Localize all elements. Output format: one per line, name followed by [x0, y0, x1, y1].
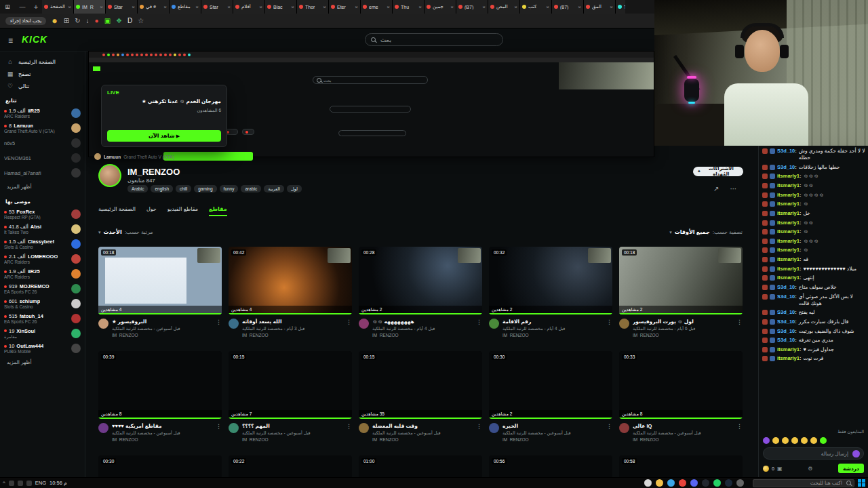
chat-username[interactable]: S3d_10 [777, 164, 797, 171]
clip-thumbnail[interactable]: 00:32 2 مشاهدين [489, 247, 612, 314]
tab-close-icon[interactable]: × [610, 4, 613, 10]
site-search[interactable] [365, 33, 503, 46]
sidebar-channel[interactable]: 53FoxRex Respect RP (GTA) [0, 207, 85, 222]
channel-tag[interactable]: العربية [264, 185, 284, 192]
sidebar-channel[interactable]: 919MOJREMCO EA Sports FC 26 [0, 281, 85, 296]
new-tab-button[interactable]: + [30, 0, 42, 14]
chat-message[interactable]: itsmarly1 جداول فيزت ♥ [762, 346, 865, 353]
chat-message[interactable]: S3d_10 شوف ذاك والضيف بورتيت [762, 328, 865, 335]
browser-tab[interactable]: Thu × [393, 0, 425, 14]
clip-title[interactable]: مقاطع أمريكية ♥♥♥♥ [112, 423, 212, 429]
clip-menu-icon[interactable]: ⋮ [606, 319, 612, 325]
chat-input[interactable] [763, 447, 864, 460]
chat-message[interactable]: itsmarly1 ☺☺☺☺ [762, 192, 865, 199]
start-button[interactable] [858, 479, 865, 487]
chat-username[interactable]: itsmarly1 [777, 201, 801, 207]
chat-username[interactable]: itsmarly1 [777, 210, 801, 217]
tab-close-icon[interactable]: × [514, 4, 517, 10]
browser-tab[interactable]: Thor × [297, 0, 329, 14]
clip-thumbnail[interactable]: 00:28 2 مشاهدين [359, 247, 482, 314]
browser-tab[interactable]: Blac × [265, 0, 297, 14]
clip-title[interactable]: الخيره [502, 423, 603, 429]
clip-channel-name[interactable]: IM_RENZOO [502, 437, 603, 442]
tab-close-icon[interactable]: × [291, 4, 294, 10]
channel-tab[interactable]: حول [146, 206, 157, 216]
chat-username[interactable]: itsmarly1 [777, 346, 801, 353]
quick-emote-icon[interactable] [820, 437, 827, 444]
channel-tag[interactable]: arabic [241, 185, 261, 192]
taskbar-edge-icon[interactable] [667, 479, 675, 487]
browser-tab[interactable]: جمين × [425, 0, 456, 14]
chat-message[interactable]: itsmarly1 قرت نوت [762, 355, 865, 362]
tab-close-icon[interactable]: × [227, 4, 231, 10]
language-indicator[interactable]: ENG [35, 480, 46, 486]
quick-emote-icon[interactable] [763, 437, 770, 444]
bookmark-star-icon[interactable]: ☆ [138, 18, 144, 24]
chat-username[interactable]: itsmarly1 [777, 274, 801, 281]
taskbar-whatsapp-icon[interactable] [713, 479, 721, 487]
channel-tab[interactable]: مقاطع [209, 206, 227, 216]
gift-subs-button[interactable]: ✦الاشتراكات المُهداة [693, 167, 743, 176]
more-options-icon[interactable]: ⋯ [730, 185, 736, 192]
chat-message[interactable]: S3d_10 لا بس الأكل مدر صوتي أي هونك قالت [762, 293, 865, 307]
chat-username[interactable]: itsmarly1 [777, 192, 801, 199]
channel-tag[interactable]: Arabic [127, 185, 148, 192]
chat-username[interactable]: S3d_10 [777, 328, 797, 335]
tab-close-icon[interactable]: × [323, 4, 326, 10]
chat-username[interactable]: itsmarly1 [777, 182, 801, 189]
tab-close-icon[interactable]: × [450, 4, 454, 10]
clip-card[interactable]: 00:30 2 مشاهدين الخيره قبل أسبوعين - مخص… [489, 351, 612, 442]
tab-close-icon[interactable]: × [100, 4, 103, 10]
sidebar-channel[interactable]: 1.9 ألفiiR25 ARC Raiders [0, 266, 85, 281]
taskbar-steam-icon[interactable] [725, 479, 732, 487]
show-more-recommended[interactable]: أظهر المزيد [0, 356, 85, 369]
chat-message[interactable]: S3d_10 لا لا أحد حفلة حكمة ومدري وش حطله [762, 148, 865, 161]
chat-message[interactable]: S3d_10 حطها مالها زحلاقات [762, 164, 865, 171]
tab-close-icon[interactable]: × [578, 4, 581, 10]
clip-title[interactable]: وقت قلبه المعضلة [372, 423, 473, 429]
taskbar-search[interactable] [753, 479, 854, 487]
sidebar-channel[interactable]: Hamad_al7anafi [0, 165, 85, 180]
clip-card[interactable]: 00:18 4 مشاهدين البروفيسور ★ قبل أسبوعين… [98, 247, 222, 338]
chat-username[interactable]: itsmarly1 [777, 173, 801, 180]
sidebar-channel[interactable]: 41.8 ألفAbsi It Takes Two [0, 222, 85, 237]
clip-channel-name[interactable]: IM_RENZOO [112, 333, 212, 338]
clip-card[interactable]: 00:33 8 مشاهدين IQ عالي قبل أسبوعين - مخ… [619, 351, 743, 442]
chat-message[interactable]: itsmarly1 ☺ [762, 201, 865, 207]
chat-username[interactable]: itsmarly1 [777, 266, 801, 272]
clip-channel-name[interactable]: IM_RENZOO [372, 437, 473, 442]
sidebar-channel[interactable]: 2.1 ألفLOMEROOO ARC Raiders [0, 251, 85, 266]
chat-username[interactable]: itsmarly1 [777, 238, 801, 245]
browser-tab[interactable]: TikT × [616, 0, 625, 14]
tab-close-icon[interactable]: × [546, 4, 549, 10]
browser-tab[interactable]: المق × [584, 0, 616, 14]
tray-icon[interactable] [18, 481, 23, 486]
clip-thumbnail[interactable]: 01:00 [359, 455, 482, 477]
tab-close-icon[interactable]: × [163, 4, 167, 10]
chat-message[interactable]: itsmarly1 ☺☺☺ [762, 238, 865, 245]
quick-emote-icon[interactable] [801, 437, 808, 444]
chat-message[interactable]: itsmarly1 ☺☺ [762, 182, 865, 189]
chat-username[interactable]: itsmarly1 [777, 247, 801, 253]
sidebar-channel[interactable]: 1.9 ألفiiR25 ARC Raiders [0, 106, 85, 121]
browser-tab[interactable]: Star × [106, 0, 138, 14]
browser-tab[interactable]: المص × [488, 0, 520, 14]
window-menu-icon[interactable]: ⊞ [0, 0, 15, 14]
clip-thumbnail[interactable]: 00:39 8 مشاهدين [98, 351, 222, 419]
tab-close-icon[interactable]: × [195, 4, 199, 10]
clip-card[interactable]: 00:39 8 مشاهدين مقاطع أمريكية ♥♥♥♥ قبل أ… [98, 351, 222, 442]
chat-message[interactable]: itsmarly1 ميلاد ♥♥♥♥♥♥♥♥♥♥♥♥♥♥ [762, 266, 865, 272]
chat-username[interactable]: itsmarly1 [777, 355, 801, 362]
clip-card[interactable]: 00:42 4 مشاهدين الله يسعد أوقاته قبل 3 أ… [229, 247, 352, 338]
clip-channel-name[interactable]: IM_RENZOO [633, 333, 733, 338]
chat-message[interactable]: S3d_10 مدري مين تعرفه [762, 337, 865, 344]
clip-menu-icon[interactable]: ⋮ [216, 319, 222, 325]
clip-thumbnail[interactable]: 00:22 [229, 455, 352, 477]
clip-card[interactable]: 00:32 2 مشاهدين رقم الاقامة قبل 4 أيام -… [489, 247, 612, 338]
clip-thumbnail[interactable]: 00:30 2 مشاهدين [489, 351, 612, 419]
taskbar-discord-icon[interactable] [690, 479, 698, 487]
browser-tab[interactable]: (B7) × [456, 0, 488, 14]
dark-extension-icon[interactable]: D [127, 18, 132, 24]
filter-dropdown[interactable]: تصفية حسب: جميع الأوقات ▾ [669, 229, 743, 235]
tab-close-icon[interactable]: × [68, 4, 71, 10]
